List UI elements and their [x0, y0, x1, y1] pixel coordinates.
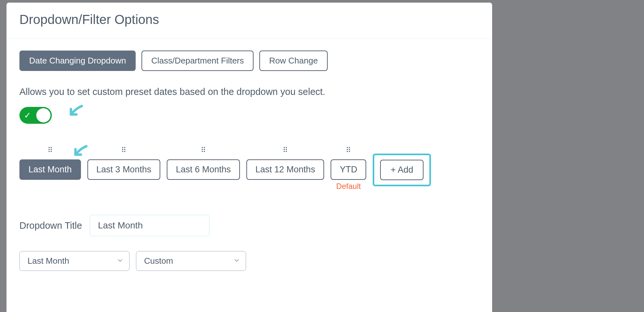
chip-col-last-month: Last Month	[19, 147, 81, 191]
chip-last-month[interactable]: Last Month	[19, 159, 81, 180]
drag-handle-icon[interactable]	[346, 147, 351, 154]
toggle-row: ✓	[19, 107, 479, 128]
drag-handle-icon[interactable]	[121, 147, 126, 154]
selects-row: Last Month Custom	[19, 251, 479, 271]
drag-handle-icon[interactable]	[283, 147, 288, 154]
drag-handle-icon[interactable]	[48, 147, 53, 154]
preset-select-1[interactable]: Last Month	[19, 251, 130, 271]
tab-row: Date Changing Dropdown Class/Department …	[19, 51, 479, 71]
annotation-arrow-icon	[67, 102, 85, 122]
date-chips-area: Last Month Last 3 Months Last 6 Months L…	[19, 147, 479, 191]
modal-body: Date Changing Dropdown Class/Department …	[6, 39, 492, 271]
chip-col-last-12-months: Last 12 Months	[246, 147, 324, 191]
chip-default-caption: Default	[336, 182, 361, 191]
chip-last-6-months[interactable]: Last 6 Months	[167, 159, 240, 180]
toggle-knob	[36, 108, 51, 122]
tab-date-changing-dropdown[interactable]: Date Changing Dropdown	[19, 51, 136, 71]
dropdown-title-input[interactable]	[90, 215, 209, 236]
modal-title: Dropdown/Filter Options	[19, 12, 479, 27]
enable-toggle[interactable]: ✓	[19, 107, 52, 124]
dropdown-title-row: Dropdown Title	[19, 215, 479, 236]
chip-ytd[interactable]: YTD	[331, 159, 366, 180]
tab-row-change[interactable]: Row Change	[259, 51, 327, 71]
section-description: Allows you to set custom preset dates ba…	[19, 87, 479, 97]
modal-header: Dropdown/Filter Options	[6, 3, 492, 39]
add-chip-col: + Add	[373, 147, 431, 191]
modal-dropdown-filter-options: Dropdown/Filter Options Date Changing Dr…	[6, 3, 492, 312]
select-wrap-2: Custom	[136, 251, 246, 271]
add-highlight-outline: + Add	[373, 154, 431, 186]
tab-class-department-filters[interactable]: Class/Department Filters	[141, 51, 254, 71]
chip-col-last-3-months: Last 3 Months	[87, 147, 161, 191]
check-icon: ✓	[24, 111, 31, 120]
chips-row: Last Month Last 3 Months Last 6 Months L…	[19, 147, 479, 191]
add-chip-button[interactable]: + Add	[380, 160, 424, 180]
preset-select-2[interactable]: Custom	[136, 251, 246, 271]
dropdown-title-label: Dropdown Title	[19, 220, 82, 231]
drag-handle-icon[interactable]	[201, 147, 206, 154]
chip-last-3-months[interactable]: Last 3 Months	[87, 159, 161, 180]
chip-col-ytd: YTD Default	[331, 147, 366, 191]
chip-col-last-6-months: Last 6 Months	[167, 147, 240, 191]
select-wrap-1: Last Month	[19, 251, 130, 271]
chip-last-12-months[interactable]: Last 12 Months	[246, 159, 324, 180]
